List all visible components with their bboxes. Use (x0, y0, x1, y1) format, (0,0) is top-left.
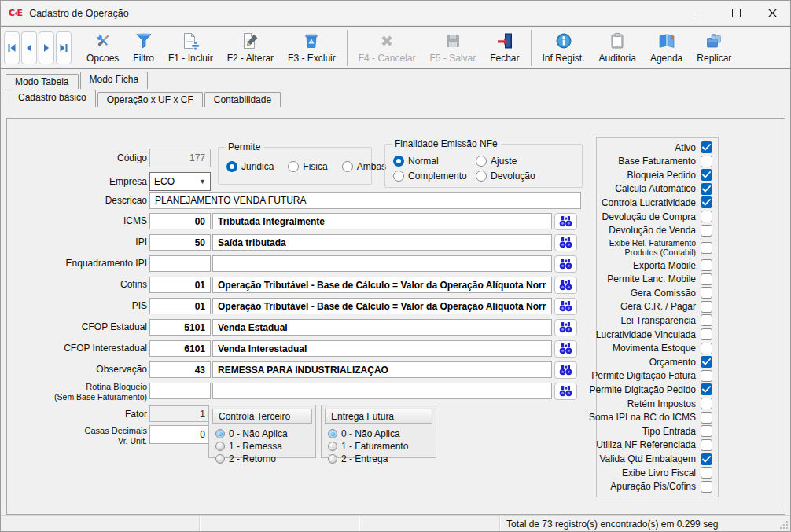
row-desc-field[interactable] (212, 277, 552, 293)
descricao-field[interactable] (149, 192, 581, 209)
checkbox[interactable] (701, 328, 712, 340)
radio-option[interactable]: Normal (393, 156, 476, 167)
casas-decimais-field[interactable] (149, 425, 211, 444)
minimize-button[interactable] (682, 1, 718, 25)
checkbox[interactable] (701, 481, 712, 493)
radio-option[interactable]: Ajuste (476, 156, 582, 167)
checkbox[interactable] (701, 169, 712, 181)
radio-option[interactable]: Complemento (393, 171, 476, 182)
lookup-button[interactable] (554, 298, 577, 315)
row-desc-field[interactable] (212, 255, 552, 272)
checkbox[interactable] (701, 211, 712, 222)
toolbar-button-inf-regist[interactable]: Inf.Regist. (535, 28, 592, 68)
toolbar-button-opcoes[interactable]: Opcoes (79, 28, 126, 68)
row-code-field[interactable] (149, 340, 211, 357)
tab-modo-ficha[interactable]: Modo Ficha (80, 72, 149, 89)
toolbar-label: Agenda (650, 53, 682, 64)
toolbar-button-auditoria[interactable]: Auditoria (592, 28, 643, 68)
last-record-button[interactable] (56, 31, 72, 64)
row-code-field[interactable] (149, 234, 211, 251)
flag-row: Gera Comissão (597, 287, 718, 299)
checkbox[interactable] (701, 356, 712, 368)
flag-row: Apuração Pis/Cofins (597, 481, 718, 493)
radio-option[interactable]: Ambas (342, 161, 386, 172)
row-desc-field[interactable] (212, 340, 552, 357)
radio-option[interactable]: Juridica (226, 161, 274, 172)
resize-grip-icon[interactable] (779, 520, 789, 530)
radio-option[interactable]: 1 - Remessa (215, 441, 315, 452)
lookup-button[interactable] (554, 213, 577, 230)
toolbar-button-f1-incluir[interactable]: F1 - Incluir (161, 28, 220, 68)
checkbox[interactable] (701, 141, 712, 153)
radio-option[interactable]: Devolução (476, 171, 582, 182)
row-desc-field[interactable] (212, 298, 552, 314)
checkbox[interactable] (701, 453, 712, 465)
flag-label: Calcula Automático (615, 183, 696, 194)
toolbar-button-f2-alterar[interactable]: F2 - Alterar (220, 28, 281, 68)
checkbox[interactable] (701, 259, 712, 271)
tab-contabilidade[interactable]: Contabilidade (204, 92, 281, 107)
row-desc-field[interactable] (212, 319, 552, 336)
row-code-field[interactable] (149, 213, 211, 229)
checkbox[interactable] (701, 225, 712, 237)
checkbox[interactable] (701, 425, 712, 437)
checkbox[interactable] (701, 412, 712, 424)
toolbar-button-filtro[interactable]: Filtro (126, 28, 161, 68)
checkbox[interactable] (701, 383, 712, 395)
row-desc-field[interactable] (212, 213, 552, 229)
flags-panel: AtivoBase FaturamentoBloqueia PedidoCalc… (596, 137, 719, 497)
tab-modo-tabela[interactable]: Modo Tabela (6, 74, 79, 89)
checkbox[interactable] (701, 273, 712, 285)
row-code-field[interactable] (149, 298, 211, 314)
lookup-button[interactable] (554, 234, 577, 251)
radio-option[interactable]: 2 - Entrega (328, 453, 436, 464)
row-code-field[interactable] (149, 319, 211, 336)
row-desc-field[interactable] (212, 234, 552, 251)
row-desc-field[interactable] (212, 361, 552, 378)
checkbox[interactable] (701, 196, 712, 208)
row-code-field[interactable] (149, 277, 211, 293)
toolbar-button-f3-excluir[interactable]: F3 - Excluir (281, 28, 343, 68)
radio-label: Normal (408, 156, 439, 167)
checkbox[interactable] (701, 287, 712, 299)
radio-option[interactable]: 0 - Não Aplica (328, 428, 436, 439)
checkbox[interactable] (701, 156, 712, 167)
row-desc-field[interactable] (212, 383, 552, 399)
checkbox[interactable] (701, 370, 712, 382)
checkbox[interactable] (701, 314, 712, 326)
maximize-button[interactable] (718, 1, 754, 25)
checkbox[interactable] (701, 183, 712, 195)
tab-operacao-uf-cf[interactable]: Operação x UF x CF (97, 92, 203, 107)
lookup-button[interactable] (554, 361, 577, 379)
radio-icon (328, 454, 337, 464)
checkbox[interactable] (701, 301, 712, 313)
row-code-field[interactable] (149, 383, 211, 399)
toolbar-button-agenda[interactable]: Agenda (643, 28, 690, 68)
checkbox[interactable] (701, 439, 712, 451)
close-button[interactable] (754, 1, 790, 25)
row-code-field[interactable] (149, 361, 211, 378)
checkbox[interactable] (701, 343, 712, 354)
sub-tabs: Cadastro básico Operação x UF x CF Conta… (1, 89, 790, 107)
lookup-button[interactable] (554, 255, 577, 273)
checkbox[interactable] (701, 242, 712, 254)
radio-option[interactable]: 1 - Faturamento (328, 441, 436, 452)
empresa-combobox[interactable]: ECO ▼ (149, 172, 211, 191)
lookup-button[interactable] (554, 277, 577, 294)
lookup-button[interactable] (554, 340, 577, 358)
toolbar-label: Opcoes (86, 53, 119, 64)
lookup-button[interactable] (554, 319, 577, 336)
first-record-button[interactable] (4, 31, 20, 64)
previous-record-button[interactable] (21, 31, 37, 64)
radio-option[interactable]: 2 - Retorno (215, 453, 315, 464)
radio-option[interactable]: 0 - Não Aplica (215, 428, 315, 439)
row-code-field[interactable] (149, 255, 211, 272)
toolbar-button-replicar[interactable]: Replicar (690, 28, 738, 68)
radio-option[interactable]: Fisica (288, 161, 327, 172)
checkbox[interactable] (701, 467, 712, 479)
tab-cadastro-basico[interactable]: Cadastro básico (9, 90, 96, 107)
checkbox[interactable] (701, 398, 712, 409)
lookup-button[interactable] (554, 383, 577, 400)
next-record-button[interactable] (39, 31, 54, 64)
toolbar-button-fechar[interactable]: Fechar (483, 28, 526, 68)
